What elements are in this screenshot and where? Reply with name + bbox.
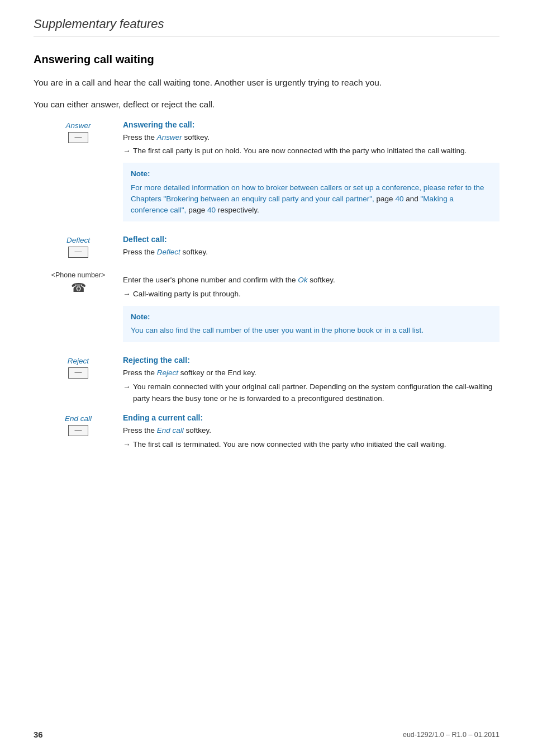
reject-softkey-label: Reject: [34, 357, 123, 365]
answer-action-body: Press the Answer softkey. The first call…: [123, 132, 499, 158]
table-row: <Phone number> ☎︎ Enter the user's phone…: [34, 270, 499, 346]
phone-action-body: Enter the user's phone number and confir…: [123, 275, 499, 300]
reject-action-title: Rejecting the call:: [123, 356, 499, 365]
end-call-action-body: Press the End call softkey. The first ca…: [123, 425, 499, 451]
intro-text-1: You are in a call and hear the call wait…: [34, 76, 499, 89]
features-table: Answer — Answering the call: Press the A…: [34, 120, 499, 451]
phone-note-box: Note: You can also find the call number …: [123, 306, 499, 342]
page-footer: 36 eud-1292/1.0 – R1.0 – 01.2011: [34, 730, 499, 739]
answer-note-body: For more detailed information on how to …: [131, 182, 492, 216]
phone-icon: ☎︎: [34, 281, 123, 295]
page-header: Supplementary features: [34, 17, 499, 36]
deflect-action-title: Deflect call:: [123, 235, 499, 244]
answer-softkey-box: —: [68, 132, 88, 143]
phone-number-label-text: <Phone number>: [34, 271, 123, 279]
section-title: Answering call waiting: [34, 53, 499, 66]
deflect-softkey-box: —: [68, 247, 88, 258]
intro-text-2: You can either answer, deflect or reject…: [34, 98, 499, 111]
answer-softkey-label: Answer: [34, 121, 123, 130]
end-call-action-title: Ending a current call:: [123, 413, 499, 422]
end-call-softkey-box: —: [68, 425, 88, 436]
page-number: 36: [34, 730, 43, 739]
end-call-softkey-label: End call: [34, 414, 123, 423]
table-row: Answer — Answering the call: Press the A…: [34, 120, 499, 226]
phone-note-body: You can also find the call number of the…: [131, 325, 492, 336]
deflect-softkey-label: Deflect: [34, 236, 123, 244]
phone-note-title: Note:: [131, 311, 492, 323]
table-row: Reject — Rejecting the call: Press the R…: [34, 356, 499, 405]
deflect-action-body: Press the Deflect softkey.: [123, 247, 499, 258]
page-ref: eud-1292/1.0 – R1.0 – 01.2011: [403, 731, 499, 739]
table-row: End call — Ending a current call: Press …: [34, 413, 499, 451]
reject-action-body: Press the Reject softkey or the End key.…: [123, 367, 499, 405]
answer-note-title: Note:: [131, 168, 492, 179]
answer-action-title: Answering the call:: [123, 120, 499, 129]
answer-note-box: Note: For more detailed information on h…: [123, 163, 499, 221]
reject-softkey-box: —: [68, 367, 88, 379]
table-row: Deflect — Deflect call: Press the Deflec…: [34, 235, 499, 261]
